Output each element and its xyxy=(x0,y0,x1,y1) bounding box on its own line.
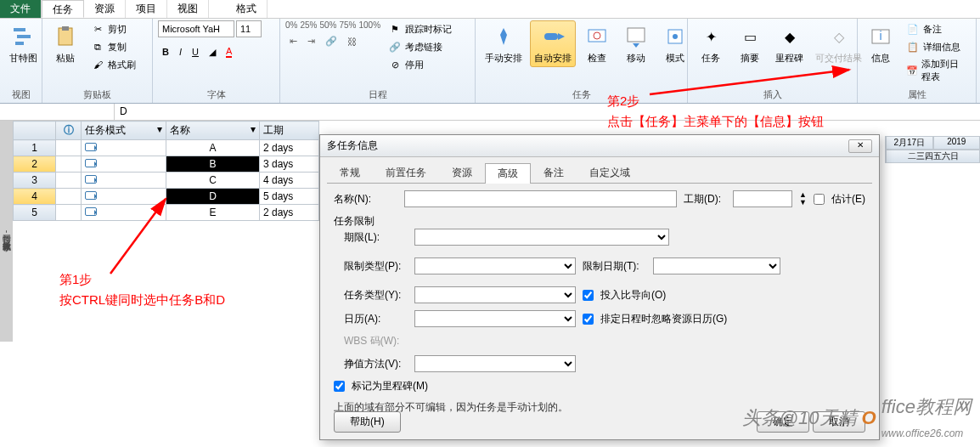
font-color-button[interactable]: A xyxy=(222,44,236,59)
col-task-mode[interactable]: 任务模式 ▾ xyxy=(82,122,166,140)
mark-milestone-label: 标记为里程碑(M) xyxy=(352,379,428,393)
limit-type-label: 限制类型(P): xyxy=(344,259,408,274)
bold-button[interactable]: B xyxy=(158,44,173,59)
ignore-res-cal-checkbox[interactable] xyxy=(583,314,594,325)
outdent-button[interactable]: ⇤ xyxy=(285,34,301,48)
limit-type-select[interactable] xyxy=(414,257,576,274)
step1-title: 第1步 xyxy=(59,272,92,288)
tab-format[interactable]: 格式 xyxy=(226,0,268,18)
tab-custom[interactable]: 自定义域 xyxy=(577,162,643,183)
task-type-select[interactable] xyxy=(414,286,576,303)
step2-text: 点击【任务】主菜单下的【信息】按钮 xyxy=(607,114,824,130)
link-button[interactable]: 🔗 xyxy=(321,34,341,48)
tab-view[interactable]: 视图 xyxy=(167,0,209,18)
note-icon: 📄 xyxy=(906,22,920,36)
table-row: 2B3 days xyxy=(14,156,319,173)
duration-spinner[interactable]: ▲▼ xyxy=(799,191,807,207)
col-duration[interactable]: 工期 xyxy=(260,122,319,140)
format-painter-button[interactable]: 🖌格式刷 xyxy=(87,56,140,73)
dialog-close-button[interactable]: ✕ xyxy=(848,139,872,153)
svg-rect-5 xyxy=(544,33,558,40)
cut-button[interactable]: ✂剪切 xyxy=(87,20,140,37)
move-icon xyxy=(622,23,650,50)
summary-button[interactable]: ▭摘要 xyxy=(732,20,768,67)
add-timeline-button[interactable]: 📅添加到日程表 xyxy=(902,56,971,85)
earned-value-select[interactable] xyxy=(414,355,576,372)
deadline-select[interactable] xyxy=(414,229,669,246)
tab-file[interactable]: 文件 xyxy=(0,0,42,18)
deadline-label: 期限(L): xyxy=(344,230,408,245)
effort-driven-label: 投入比导向(O) xyxy=(600,288,666,303)
menu-tabs: 文件 任务 资源 项目 视图 格式 xyxy=(0,0,980,19)
group-view-label: 视图 xyxy=(5,87,37,101)
estimate-checkbox[interactable] xyxy=(814,194,825,205)
fill-color-button[interactable]: ◢ xyxy=(205,44,220,59)
indent-button[interactable]: ⇥ xyxy=(303,34,319,48)
tab-general[interactable]: 常规 xyxy=(327,162,373,183)
mark-milestone-checkbox[interactable] xyxy=(334,381,345,392)
calendar-select[interactable] xyxy=(414,310,576,327)
step1-text: 按CTRL键同时选中任务B和D xyxy=(59,292,225,308)
svg-point-10 xyxy=(673,34,678,39)
tab-project[interactable]: 项目 xyxy=(126,0,167,18)
tab-advanced[interactable]: 高级 xyxy=(485,163,531,184)
deactivate-button[interactable]: ⊘停用 xyxy=(384,56,456,73)
details-button[interactable]: 📋详细信息 xyxy=(902,38,971,55)
dialog-title: 多任务信息 xyxy=(327,139,378,153)
tab-notes[interactable]: 备注 xyxy=(531,162,577,183)
earned-value-label: 挣值方法(V): xyxy=(344,357,408,371)
copy-button[interactable]: ⧉复制 xyxy=(87,38,140,55)
svg-rect-4 xyxy=(62,26,69,31)
ignore-res-cal-label: 排定日程时忽略资源日历(G) xyxy=(600,312,727,326)
group-schedule-label: 日程 xyxy=(285,87,470,101)
info-header-icon: ⓘ xyxy=(64,124,74,136)
name-input[interactable] xyxy=(404,190,677,207)
info-button[interactable]: i 信息 xyxy=(863,20,898,67)
gantt-icon xyxy=(10,23,37,50)
consider-link-button[interactable]: 🔗考虑链接 xyxy=(384,38,456,55)
pin-icon xyxy=(490,23,517,50)
tab-resources[interactable]: 资源 xyxy=(439,162,485,183)
group-clipboard-label: 剪贴板 xyxy=(48,87,147,101)
effort-driven-checkbox[interactable] xyxy=(583,290,594,301)
brush-icon: 🖌 xyxy=(91,58,104,71)
tab-task[interactable]: 任务 xyxy=(42,0,84,18)
unlink-button[interactable]: ⛓ xyxy=(343,34,361,48)
help-button[interactable]: 帮助(H) xyxy=(334,411,401,433)
manual-task-icon xyxy=(85,191,97,200)
svg-rect-0 xyxy=(14,28,25,31)
font-name-input[interactable] xyxy=(158,20,234,37)
inspect-icon xyxy=(583,23,611,50)
table-row: 1A2 days xyxy=(14,140,319,156)
limit-date-select[interactable] xyxy=(653,257,780,274)
inspect-button[interactable]: 检查 xyxy=(579,20,615,67)
italic-button[interactable]: I xyxy=(175,44,186,59)
auto-icon xyxy=(539,23,566,50)
font-size-input[interactable] xyxy=(236,20,262,37)
bucket-icon: ◢ xyxy=(209,47,216,58)
formula-value[interactable]: D xyxy=(115,104,132,120)
name-label: 名称(N): xyxy=(334,192,397,207)
tab-resource[interactable]: 资源 xyxy=(84,0,126,18)
step1-arrow xyxy=(102,189,178,282)
left-sidebar-label: 甘特图 - 微软雅黑字体 xyxy=(0,121,13,342)
manual-schedule-button[interactable]: 手动安排 xyxy=(481,20,527,67)
move-button[interactable]: 移动 xyxy=(618,20,654,67)
link-icon: 🔗 xyxy=(388,40,402,54)
notes-button[interactable]: 📄备注 xyxy=(902,20,971,37)
underline-button[interactable]: U xyxy=(188,44,203,59)
wbs-label: WBS 码(W): xyxy=(344,334,408,348)
duration-input[interactable] xyxy=(733,190,792,207)
table-row: 3C4 days xyxy=(14,173,319,189)
auto-schedule-button[interactable]: 自动安排 xyxy=(530,20,576,67)
milestone-button[interactable]: ◆里程碑 xyxy=(771,20,808,67)
gantt-button[interactable]: 甘特图 xyxy=(5,20,42,67)
formula-bar: D xyxy=(0,104,980,121)
paste-button[interactable]: 粘贴 xyxy=(48,20,83,67)
col-name[interactable]: 名称 ▾ xyxy=(166,122,260,140)
track-button[interactable]: ⚑跟踪时标记 xyxy=(384,20,456,37)
insert-task-button[interactable]: ✦任务 xyxy=(693,20,729,67)
copy-icon: ⧉ xyxy=(91,40,104,54)
tab-predecessors[interactable]: 前置任务 xyxy=(373,162,439,183)
col-info[interactable]: ⓘ xyxy=(56,122,82,140)
